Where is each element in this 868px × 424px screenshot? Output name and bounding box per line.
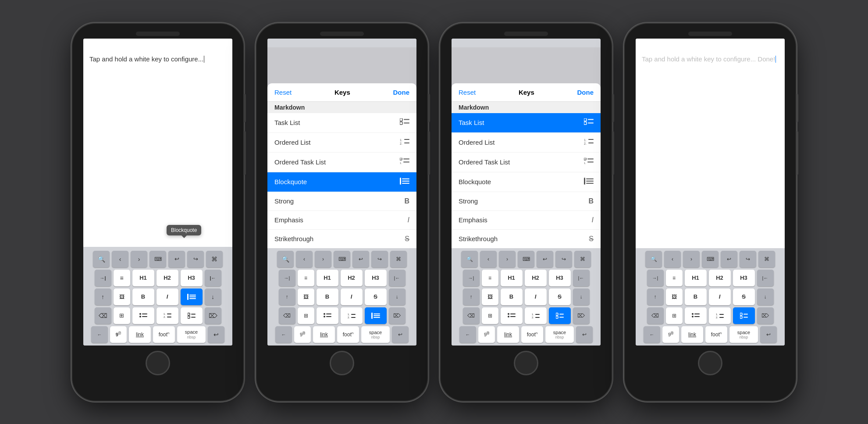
p4-del-btn[interactable]: ⌫	[647, 307, 664, 324]
p2-toc-btn[interactable]: ≡	[298, 270, 314, 286]
p4-outdent-btn[interactable]: |←	[757, 270, 774, 286]
p3-arrowleft-btn[interactable]: ‹	[480, 251, 497, 267]
p2-footnote-btn[interactable]: footn	[337, 326, 359, 343]
p4-tasklist-btn[interactable]	[733, 307, 755, 324]
p4-strike-btn[interactable]: S	[733, 289, 755, 305]
undo-btn[interactable]: ↩	[168, 251, 185, 267]
p2-movedown-btn[interactable]: ↓	[389, 289, 406, 305]
p4-cmd-btn[interactable]: ⌘	[758, 251, 775, 267]
footnote-btn[interactable]: footn	[153, 326, 175, 343]
phone-2-reset-btn[interactable]: Reset	[274, 89, 292, 96]
bold-btn[interactable]: B	[132, 289, 154, 305]
phone-1-home-btn[interactable]	[146, 351, 170, 375]
p4-arrowright-btn[interactable]: ›	[683, 251, 700, 267]
keyboard-btn[interactable]: ⌨	[149, 251, 166, 267]
image-btn[interactable]: 🖼	[114, 289, 130, 305]
p4-tab-btn[interactable]: →|	[647, 270, 664, 286]
p2-keyboard-btn[interactable]: ⌨	[334, 251, 350, 267]
p2-cmd-btn[interactable]: ⌘	[390, 251, 407, 267]
search-btn[interactable]: 🔍	[93, 251, 110, 267]
p4-ol-btn[interactable]: 1.2.	[709, 307, 731, 324]
p3-return-btn[interactable]: ↩	[576, 326, 593, 343]
p2-space-btn[interactable]: spacenbsp	[361, 326, 390, 343]
phone-3-item-orderedtasklist[interactable]: Ordered Task List 1.	[452, 153, 601, 172]
p3-h1-btn[interactable]: H1	[501, 270, 523, 286]
p4-footnote-btn[interactable]: footn	[705, 326, 727, 343]
phone-2-done-btn[interactable]: Done	[393, 89, 409, 96]
phone-3-item-strong[interactable]: Strong B	[452, 192, 601, 211]
phone-1-editor[interactable]: Tap and hold a white key to configure...	[83, 47, 232, 247]
fwd-delete-btn[interactable]: ⌦	[205, 307, 221, 324]
italic-btn[interactable]: I	[157, 289, 178, 305]
p4-h1-btn[interactable]: H1	[685, 270, 707, 286]
p2-fwddel-btn[interactable]: ⌦	[389, 307, 406, 324]
p3-fwddel-btn[interactable]: ⌦	[573, 307, 590, 324]
p3-strike-btn[interactable]: S	[549, 289, 571, 305]
p3-link-btn[interactable]: link	[497, 326, 519, 343]
p3-image-btn[interactable]: 🖼	[482, 289, 498, 305]
table-btn[interactable]: ⊞	[114, 307, 130, 324]
phone-4-editor[interactable]: Tap and hold a white key to configure...…	[636, 47, 785, 248]
p2-footnum-btn[interactable]: 9n	[294, 326, 311, 343]
link-btn[interactable]: link	[129, 326, 151, 343]
p2-arrow-right-btn[interactable]: ›	[315, 251, 331, 267]
toc-btn[interactable]: ≡	[114, 270, 130, 286]
p4-return-btn[interactable]: ↩	[760, 326, 777, 343]
p3-keyboard-btn[interactable]: ⌨	[518, 251, 534, 267]
phone-3-reset-btn[interactable]: Reset	[459, 89, 476, 96]
p3-cursorleft-btn[interactable]: ←	[459, 326, 476, 343]
p3-tab-btn[interactable]: →|	[463, 270, 480, 286]
p2-h1-btn[interactable]: H1	[317, 270, 338, 286]
p4-image-btn[interactable]: 🖼	[666, 289, 683, 305]
p3-footnum-btn[interactable]: 9n	[478, 326, 495, 343]
p2-undo-btn[interactable]: ↩	[352, 251, 369, 267]
h2-btn[interactable]: H2	[157, 270, 178, 286]
return-btn[interactable]: ↩	[208, 326, 224, 343]
command-btn[interactable]: ⌘	[206, 251, 223, 267]
phone-2-item-strikethrough[interactable]: Strikethrough S	[267, 230, 416, 248]
p4-ul-btn[interactable]	[685, 307, 707, 324]
phone-2-item-orderedtasklist[interactable]: Ordered Task List 1.	[267, 153, 416, 172]
p4-bold-btn[interactable]: B	[685, 289, 707, 305]
redo-btn[interactable]: ↪	[187, 251, 204, 267]
space-btn[interactable]: space nbsp	[177, 326, 206, 343]
p2-del-btn[interactable]: ⌫	[279, 307, 295, 324]
p2-redo-btn[interactable]: ↪	[371, 251, 388, 267]
move-down-btn[interactable]: ↓	[205, 289, 221, 305]
p2-image-btn[interactable]: 🖼	[298, 289, 314, 305]
delete-btn[interactable]: ⌫	[95, 307, 111, 324]
p3-undo-btn[interactable]: ↩	[537, 251, 553, 267]
p3-italic-btn[interactable]: I	[525, 289, 547, 305]
p4-redo-btn[interactable]: ↪	[740, 251, 756, 267]
p2-ol-btn[interactable]: 1.2.	[341, 307, 363, 324]
p3-ul-btn[interactable]	[501, 307, 523, 324]
p3-h3-btn[interactable]: H3	[549, 270, 571, 286]
move-up-btn[interactable]: ↑	[95, 289, 111, 305]
p3-outdent-btn[interactable]: |←	[573, 270, 590, 286]
p2-tab-btn[interactable]: →|	[279, 270, 295, 286]
tasklist-btn[interactable]	[181, 307, 203, 324]
p2-link-btn[interactable]: link	[313, 326, 335, 343]
p3-toc-btn[interactable]: ≡	[482, 270, 498, 286]
tab-btn[interactable]: →|	[95, 270, 111, 286]
p4-moveup-btn[interactable]: ↑	[647, 289, 664, 305]
phone-3-item-orderedlist[interactable]: Ordered List 1.2.	[452, 133, 601, 153]
p2-h3-btn[interactable]: H3	[365, 270, 387, 286]
phone-2-home-btn[interactable]	[330, 351, 354, 375]
p2-h2-btn[interactable]: H2	[341, 270, 363, 286]
p4-movedown-btn[interactable]: ↓	[757, 289, 774, 305]
phone-3-item-strikethrough[interactable]: Strikethrough S	[452, 230, 601, 248]
p3-redo-btn[interactable]: ↪	[555, 251, 572, 267]
p3-bold-btn[interactable]: B	[501, 289, 523, 305]
p3-movedown-btn[interactable]: ↓	[573, 289, 590, 305]
h1-btn[interactable]: H1	[132, 270, 154, 286]
cursor-left-btn[interactable]: ←	[91, 326, 108, 343]
p3-table-btn[interactable]: ⊞	[482, 307, 498, 324]
phone-4-home-btn[interactable]	[698, 351, 722, 375]
p2-return-btn[interactable]: ↩	[392, 326, 409, 343]
p3-del-btn[interactable]: ⌫	[463, 307, 480, 324]
phone-3-item-tasklist[interactable]: Task List	[452, 113, 601, 133]
p3-space-btn[interactable]: spacenbsp	[545, 326, 574, 343]
p3-footnote-btn[interactable]: footn	[521, 326, 543, 343]
p4-fwddel-btn[interactable]: ⌦	[757, 307, 774, 324]
